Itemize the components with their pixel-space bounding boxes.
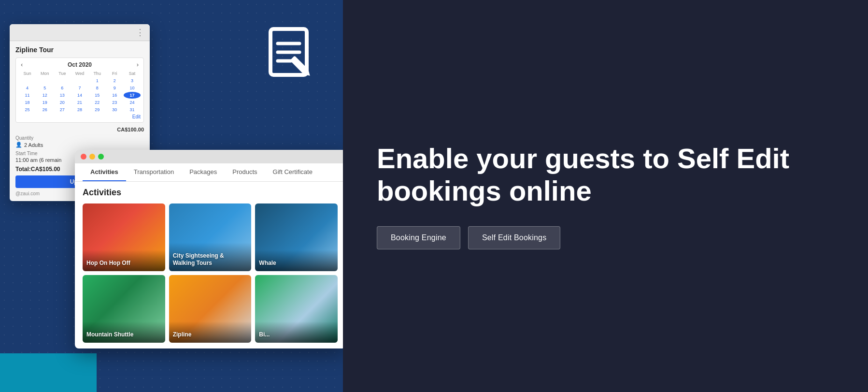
- cal-day-20[interactable]: 20: [54, 99, 71, 106]
- cal-day-wed: Wed: [71, 70, 88, 77]
- hero-buttons: Booking Engine Self Edit Bookings: [377, 226, 834, 249]
- total-value: CA$105.00: [31, 166, 60, 173]
- cal-day-2[interactable]: 2: [106, 77, 123, 84]
- cal-day-26[interactable]: 26: [36, 106, 53, 113]
- activity-name-bike: Bi...: [259, 331, 334, 339]
- cal-day-10[interactable]: 10: [124, 85, 141, 91]
- tab-packages[interactable]: Packages: [182, 163, 225, 181]
- activity-name-mountain: Mountain Shuttle: [86, 331, 161, 339]
- popup-section-title: Activities: [83, 188, 338, 198]
- cal-day-13[interactable]: 13: [54, 92, 71, 99]
- cal-day-sat: Sat: [124, 70, 141, 77]
- cal-day-19[interactable]: 19: [36, 99, 53, 106]
- hero-title: Enable your guests to Self Edit bookings…: [377, 143, 834, 207]
- cal-day-29[interactable]: 29: [89, 106, 106, 113]
- activity-card-whale[interactable]: Whale: [255, 203, 338, 271]
- popup-content: Activities Hop On Hop Off City Sightseei…: [75, 182, 343, 348]
- cal-month: Oct 2020: [68, 61, 92, 68]
- popup-titlebar: [75, 150, 343, 163]
- cal-day-14[interactable]: 14: [71, 92, 88, 99]
- cal-price: CA$100.00: [15, 127, 144, 132]
- activity-name-city: City Sightseeing & Walking Tours: [173, 252, 248, 267]
- cal-day-28[interactable]: 28: [71, 106, 88, 113]
- cal-day-21[interactable]: 21: [71, 99, 88, 106]
- cal-edit-link[interactable]: Edit: [19, 114, 141, 119]
- cal-day-4[interactable]: 4: [19, 85, 36, 91]
- activity-card-bike[interactable]: Bi...: [255, 275, 338, 343]
- teal-strip: [0, 353, 97, 392]
- cal-day-30[interactable]: 30: [106, 106, 123, 113]
- cal-day-tue: Tue: [54, 70, 71, 77]
- maximize-icon[interactable]: [98, 154, 104, 160]
- document-edit-icon: [261, 24, 324, 87]
- cal-empty: [54, 77, 71, 84]
- cal-grid: Sun Mon Tue Wed Thu Fri Sat 1 2 3 4 5: [19, 70, 141, 113]
- widget-titlebar: ⋮: [10, 24, 150, 41]
- cal-empty: [71, 77, 88, 84]
- booking-engine-popup: Activities Transportation Packages Produ…: [75, 150, 343, 348]
- cal-day-6[interactable]: 6: [54, 85, 71, 91]
- cal-prev-button[interactable]: ‹: [19, 61, 25, 68]
- cal-empty: [36, 77, 53, 84]
- popup-tabs: Activities Transportation Packages Produ…: [75, 163, 343, 182]
- booking-engine-button[interactable]: Booking Engine: [377, 226, 460, 249]
- quantity-text: 2 Adults: [24, 142, 43, 148]
- activity-card-hop[interactable]: Hop On Hop Off: [83, 203, 165, 271]
- person-icon: 👤: [15, 142, 22, 148]
- cal-day-23[interactable]: 23: [106, 99, 123, 106]
- cal-day-9[interactable]: 9: [106, 85, 123, 91]
- cal-day-3[interactable]: 3: [124, 77, 141, 84]
- minimize-icon[interactable]: [89, 154, 95, 160]
- activity-grid: Hop On Hop Off City Sightseeing & Walkin…: [83, 203, 338, 343]
- activity-name-hop: Hop On Hop Off: [86, 260, 161, 267]
- self-edit-bookings-button[interactable]: Self Edit Bookings: [468, 226, 560, 249]
- quantity-label: Quantity: [15, 135, 144, 141]
- cal-day-24[interactable]: 24: [124, 99, 141, 106]
- cal-day-fri: Fri: [106, 70, 123, 77]
- cal-day-8[interactable]: 8: [89, 85, 106, 91]
- cal-day-16[interactable]: 16: [106, 92, 123, 99]
- cal-day-7[interactable]: 7: [71, 85, 88, 91]
- cal-day-1[interactable]: 1: [89, 77, 106, 84]
- activity-card-city[interactable]: City Sightseeing & Walking Tours: [169, 203, 252, 271]
- cal-day-27[interactable]: 27: [54, 106, 71, 113]
- cal-day-15[interactable]: 15: [89, 92, 106, 99]
- cal-day-mon: Mon: [36, 70, 53, 77]
- activity-name-whale: Whale: [259, 260, 334, 267]
- cal-next-button[interactable]: ›: [135, 61, 141, 68]
- calendar[interactable]: ‹ Oct 2020 › Sun Mon Tue Wed Thu Fri Sat: [15, 58, 144, 123]
- cal-day-thu: Thu: [89, 70, 106, 77]
- cal-day-11[interactable]: 11: [19, 92, 36, 99]
- tab-activities[interactable]: Activities: [83, 163, 126, 181]
- tab-products[interactable]: Products: [225, 163, 265, 181]
- activity-card-mountain[interactable]: Mountain Shuttle: [83, 275, 165, 343]
- cal-day-22[interactable]: 22: [89, 99, 106, 106]
- cal-day-5[interactable]: 5: [36, 85, 53, 91]
- tab-gift-certificate[interactable]: Gift Certificate: [265, 163, 320, 181]
- cal-empty: [19, 77, 36, 84]
- cal-day-12[interactable]: 12: [36, 92, 53, 99]
- cal-day-18[interactable]: 18: [19, 99, 36, 106]
- cal-day-sun: Sun: [19, 70, 36, 77]
- right-panel: Enable your guests to Self Edit bookings…: [343, 0, 868, 392]
- activity-name-zipline: Zipline: [173, 331, 248, 339]
- cal-day-25[interactable]: 25: [19, 106, 36, 113]
- widget-menu-dots: ⋮: [136, 27, 145, 38]
- cal-day-17-selected[interactable]: 17: [124, 92, 141, 99]
- quantity-field: Quantity 👤 2 Adults: [15, 135, 144, 148]
- left-panel: ⋮ Zipline Tour ‹ Oct 2020 › Sun Mon Tue …: [0, 0, 343, 392]
- quantity-value: 👤 2 Adults: [15, 142, 144, 148]
- total-label: Total:: [15, 166, 31, 173]
- tab-transportation[interactable]: Transportation: [126, 163, 182, 181]
- activity-card-zipline[interactable]: Zipline: [169, 275, 252, 343]
- tour-title: Zipline Tour: [15, 46, 144, 54]
- cal-day-31[interactable]: 31: [124, 106, 141, 113]
- close-icon[interactable]: [81, 154, 86, 160]
